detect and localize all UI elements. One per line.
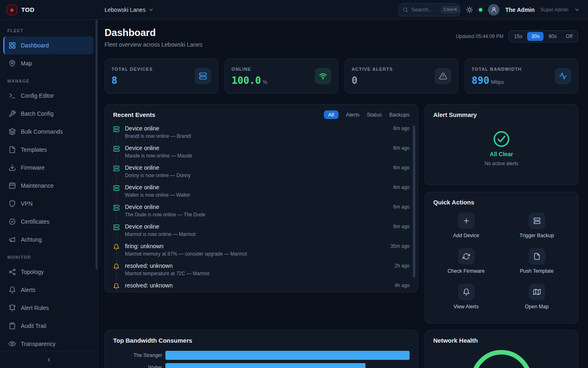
- event-row[interactable]: Device onlineDonny is now online — Donny…: [113, 164, 410, 184]
- bell-ring-icon: [9, 304, 16, 312]
- event-detail: Maude is now online — Maude: [125, 153, 388, 159]
- sidebar-item-alert-rules[interactable]: Alert Rules: [3, 299, 94, 317]
- sidebar-item-dashboard[interactable]: Dashboard: [3, 36, 94, 54]
- page-title: Dashboard: [105, 27, 203, 38]
- search-input[interactable]: [411, 7, 438, 13]
- brand-logo-icon: ◈: [7, 4, 17, 15]
- event-title: Device online: [125, 164, 388, 171]
- event-row[interactable]: Device onlineThe Dude is now online — Th…: [113, 203, 410, 223]
- sidebar-item-label: Map: [21, 60, 32, 67]
- tab-backups[interactable]: Backups: [389, 112, 410, 118]
- refresh-icon: [458, 248, 474, 265]
- avatar[interactable]: [488, 4, 499, 16]
- sidebar-item-alerts[interactable]: Alerts: [3, 281, 94, 299]
- sidebar-item-achtung[interactable]: Achtung: [3, 231, 94, 249]
- sidebar-item-label: Alerts: [21, 287, 36, 293]
- event-row[interactable]: resolved: unknownMarmot temperature at 7…: [113, 262, 410, 282]
- sidebar-item-map[interactable]: Map: [3, 54, 94, 72]
- bell-icon: [9, 286, 16, 294]
- refresh-option-30s[interactable]: 30s: [527, 32, 543, 41]
- event-row[interactable]: Device onlineMaude is now online — Maude…: [113, 144, 410, 164]
- tab-status[interactable]: Status: [367, 112, 382, 118]
- event-detail: Donny is now online — Donny: [125, 173, 388, 178]
- bandwidth-bar: [165, 363, 365, 368]
- chevron-down-icon: [148, 7, 154, 13]
- sidebar-item-label: Firmware: [21, 164, 45, 171]
- recent-events-card: Recent Events All Alerts Status Backups …: [105, 104, 418, 292]
- sidebar-item-templates[interactable]: Templates: [3, 141, 94, 159]
- sidebar-item-label: Bulk Commands: [21, 128, 63, 135]
- events-scrollbar[interactable]: [413, 126, 415, 278]
- stat-card-total-devices: TOTAL DEVICES 8: [105, 58, 218, 94]
- event-row[interactable]: Device onlineBrandt is now online — Bran…: [113, 125, 410, 144]
- sidebar-item-maintenance[interactable]: Maintenance: [3, 177, 94, 195]
- event-detail: Marmot temperature at 72C — Marmot: [125, 271, 389, 276]
- sidebar-item-vpn[interactable]: VPN: [3, 195, 94, 213]
- stat-value: 890: [472, 75, 489, 86]
- server-icon: [529, 213, 545, 229]
- quick-action-push-template[interactable]: Push Template: [504, 247, 570, 276]
- layers-icon: [9, 128, 16, 135]
- event-time: 35m ago: [390, 243, 410, 249]
- refresh-option-off[interactable]: Off: [562, 32, 577, 41]
- event-time: 4h ago: [394, 283, 410, 288]
- sidebar-item-config-editor[interactable]: Config Editor: [3, 87, 94, 105]
- event-time: 6m ago: [393, 224, 410, 229]
- quick-action-view-alerts[interactable]: View Alerts: [433, 282, 499, 311]
- tab-all[interactable]: All: [324, 110, 339, 119]
- status-dot: [479, 8, 482, 11]
- sidebar-item-label: VPN: [21, 200, 33, 207]
- server-icon: [113, 126, 120, 132]
- sidebar-item-audit-trail[interactable]: Audit Trail: [3, 317, 94, 335]
- event-row[interactable]: Device onlineMarmot is now online — Marm…: [113, 223, 410, 242]
- sidebar-item-batch-config[interactable]: Batch Config: [3, 105, 94, 123]
- sidebar-item-label: Topology: [21, 269, 44, 275]
- sidebar-item-certificates[interactable]: Certificates: [3, 213, 94, 231]
- quick-action-open-map[interactable]: Open Map: [504, 282, 570, 311]
- server-icon: [195, 68, 211, 84]
- sidebar-item-label: Config Editor: [21, 92, 54, 99]
- map-pin-icon: [9, 60, 16, 67]
- server-icon: [113, 224, 120, 231]
- stat-card-online: ONLINE 100.0%: [225, 58, 338, 94]
- theme-toggle-sun-icon[interactable]: [466, 6, 473, 13]
- quick-action-add-device[interactable]: Add Device: [433, 211, 499, 240]
- sidebar-collapse-button[interactable]: [0, 351, 98, 368]
- chevron-left-icon: [46, 357, 52, 363]
- stat-value: 8: [111, 75, 117, 86]
- refresh-option-60s[interactable]: 60s: [544, 32, 561, 41]
- refresh-option-15s[interactable]: 15s: [510, 32, 526, 41]
- org-selector[interactable]: Lebowski Lanes: [105, 7, 154, 13]
- event-title: Device online: [125, 184, 388, 191]
- event-row[interactable]: firing: unknownMarmot memory at 87% — co…: [113, 242, 410, 262]
- event-title: Device online: [125, 145, 388, 151]
- search-box[interactable]: Cmd+K: [398, 3, 460, 16]
- user-menu-chevron-icon[interactable]: [574, 7, 580, 13]
- check-circle-icon: [493, 130, 510, 148]
- sidebar-item-label: Audit Trail: [21, 323, 46, 329]
- terminal-icon: [9, 92, 16, 99]
- event-title: Device online: [125, 125, 388, 132]
- sidebar-item-topology[interactable]: Topology: [3, 263, 94, 281]
- alert-status-text: All Clear: [490, 151, 513, 157]
- sidebar-scrollbar[interactable]: [96, 20, 97, 270]
- section-label-monitor: Monitor: [3, 249, 94, 263]
- share-nodes-icon: [9, 268, 16, 276]
- network-health-card: Network Health: [425, 330, 578, 368]
- event-row[interactable]: resolved: unknown 4h ago: [113, 282, 410, 292]
- network-health-title: Network Health: [433, 337, 478, 344]
- event-detail: The Dude is now online — The Dude: [125, 212, 388, 218]
- event-row[interactable]: Device onlineWalter is now online — Walt…: [113, 184, 410, 203]
- sidebar-item-firmware[interactable]: Firmware: [3, 159, 94, 177]
- quick-action-check-firmware[interactable]: Check Firmware: [433, 247, 499, 276]
- tab-alerts[interactable]: Alerts: [346, 112, 359, 118]
- recent-events-title: Recent Events: [113, 111, 155, 118]
- event-detail: Brandt is now online — Brandt: [125, 133, 388, 139]
- sidebar-item-bulk-commands[interactable]: Bulk Commands: [3, 123, 94, 141]
- sidebar-item-transparency[interactable]: Transparency: [3, 335, 94, 351]
- section-label-fleet: Fleet: [3, 26, 94, 36]
- quick-action-trigger-backup[interactable]: Trigger Backup: [504, 211, 570, 240]
- main-content: Dashboard Fleet overview across Lebowski…: [98, 20, 588, 368]
- stat-label: TOTAL BANDWIDTH: [472, 67, 522, 72]
- server-icon: [113, 165, 120, 172]
